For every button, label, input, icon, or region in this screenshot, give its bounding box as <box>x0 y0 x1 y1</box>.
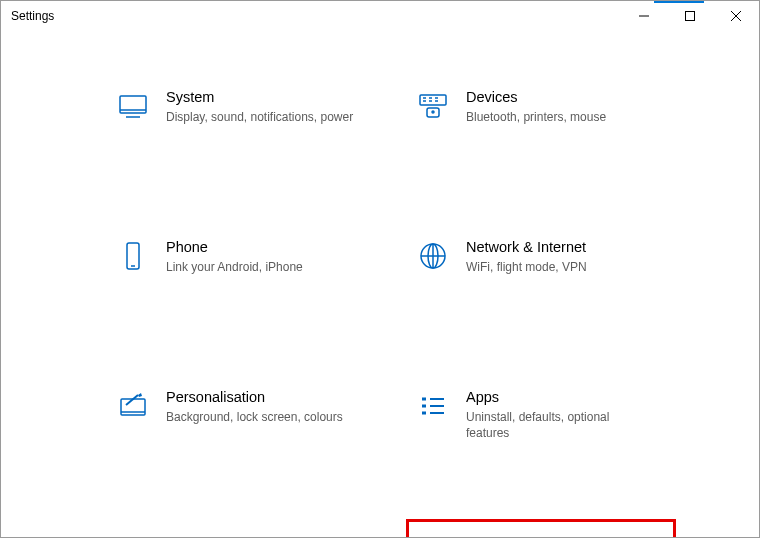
minimize-button[interactable] <box>621 1 667 31</box>
personalisation-icon <box>116 389 150 423</box>
tile-title: Apps <box>466 387 676 407</box>
apps-icon <box>416 389 450 423</box>
tile-sub: Bluetooth, printers, mouse <box>466 109 656 125</box>
svg-rect-0 <box>686 12 695 21</box>
svg-rect-2 <box>420 95 446 105</box>
settings-content[interactable]: System Display, sound, notifications, po… <box>1 31 759 537</box>
settings-grid: System Display, sound, notifications, po… <box>116 81 736 537</box>
tile-accounts[interactable]: Accounts Your accounts, email, sync, wor… <box>116 531 386 537</box>
tile-phone[interactable]: Phone Link your Android, iPhone <box>116 231 386 341</box>
tile-time-language[interactable]: A字 Time & Language Speech, region, date <box>406 519 676 537</box>
tile-network[interactable]: Network & Internet WiFi, flight mode, VP… <box>416 231 686 341</box>
window-buttons <box>621 1 759 31</box>
tile-sub: Background, lock screen, colours <box>166 409 356 425</box>
tile-sub: Link your Android, iPhone <box>166 259 356 275</box>
tile-title: Devices <box>466 87 676 107</box>
tile-sub: Display, sound, notifications, power <box>166 109 356 125</box>
tile-personalisation[interactable]: Personalisation Background, lock screen,… <box>116 381 386 491</box>
minimize-icon <box>639 11 649 21</box>
tile-title: Personalisation <box>166 387 376 407</box>
accent-strip <box>654 0 704 3</box>
tile-title: System <box>166 87 376 107</box>
devices-icon <box>416 89 450 123</box>
tile-system[interactable]: System Display, sound, notifications, po… <box>116 81 386 191</box>
titlebar: Settings <box>1 1 759 31</box>
tile-title: Network & Internet <box>466 237 676 257</box>
window-title: Settings <box>11 9 54 23</box>
svg-rect-5 <box>127 243 139 269</box>
tile-sub: WiFi, flight mode, VPN <box>466 259 656 275</box>
network-icon <box>416 239 450 273</box>
close-icon <box>731 11 741 21</box>
tile-title: Phone <box>166 237 376 257</box>
svg-point-4 <box>432 111 434 113</box>
maximize-button[interactable] <box>667 1 713 31</box>
tile-devices[interactable]: Devices Bluetooth, printers, mouse <box>416 81 686 191</box>
tile-sub: Uninstall, defaults, optional features <box>466 409 656 441</box>
phone-icon <box>116 239 150 273</box>
maximize-icon <box>685 11 695 21</box>
system-icon <box>116 89 150 123</box>
tile-apps[interactable]: Apps Uninstall, defaults, optional featu… <box>416 381 686 491</box>
settings-window: Settings System Display, sound, notifica… <box>0 0 760 538</box>
close-button[interactable] <box>713 1 759 31</box>
